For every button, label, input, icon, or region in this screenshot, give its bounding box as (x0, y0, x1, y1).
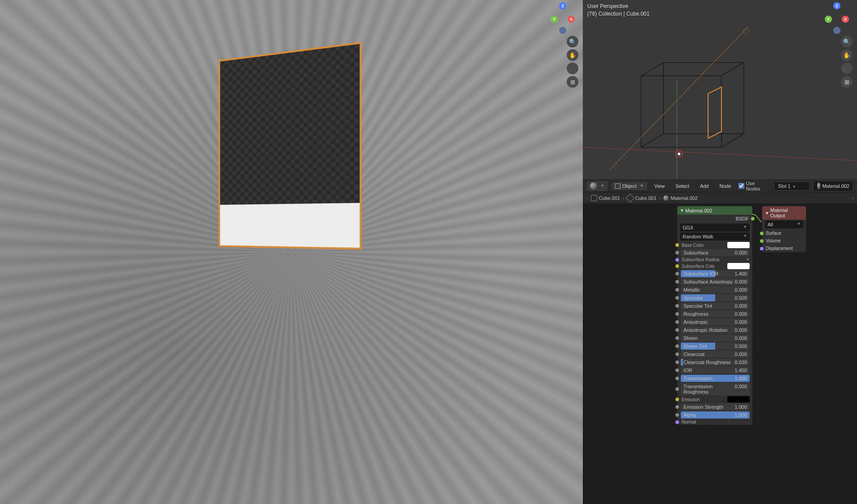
bsdf-input-roughness[interactable]: Roughness0.000 (677, 310, 752, 318)
input-socket[interactable] (675, 243, 679, 247)
chevron-right-icon[interactable]: › (852, 195, 853, 201)
bsdf-input-normal[interactable]: Normal (677, 419, 752, 425)
editor-type-dropdown[interactable]: ▼ (586, 181, 608, 191)
surface-input-socket[interactable]: Surface (762, 229, 806, 237)
input-socket[interactable] (675, 413, 679, 417)
value-slider[interactable]: Subsurface IOR1.400 (681, 270, 750, 277)
bsdf-input-metallic[interactable]: Metallic0.000 (677, 286, 752, 294)
pan-icon[interactable]: ✋ (567, 49, 578, 61)
value-slider[interactable]: Emission Strength1.000 (681, 403, 750, 411)
bsdf-input-subsurface-radius[interactable]: Subsurface Radius▼ (677, 257, 752, 263)
value-slider[interactable]: Sheen0.000 (681, 335, 750, 342)
input-socket[interactable] (675, 320, 679, 324)
menu-view[interactable]: View (651, 182, 669, 190)
value-slider[interactable]: Specular Tint0.000 (681, 302, 750, 309)
bsdf-input-clearcoat[interactable]: Clearcoat0.000 (677, 350, 752, 358)
bsdf-input-subsurface[interactable]: Subsurface0.000 (677, 249, 752, 257)
target-dropdown[interactable]: All▼ (765, 220, 803, 229)
value-slider[interactable]: Roughness0.000 (681, 310, 750, 318)
camera-icon[interactable]: 🎥 (841, 63, 853, 74)
value-slider[interactable]: Sheen Tint0.500 (681, 343, 750, 350)
node-graph[interactable]: ▾ Material.002 BSDF GGX▼ Random Walk▼ Ba… (583, 204, 857, 504)
bsdf-input-specular-tint[interactable]: Specular Tint0.000 (677, 302, 752, 310)
breadcrumb-material[interactable]: Material.002 (663, 195, 698, 201)
bsdf-output-socket[interactable]: BSDF (677, 215, 752, 223)
input-socket[interactable] (675, 336, 679, 340)
bsdf-input-transmission-roughness[interactable]: Transmission Roughness0.000 (677, 382, 752, 396)
value-slider[interactable]: Metallic0.000 (681, 286, 750, 293)
bsdf-input-ior[interactable]: IOR1.450 (677, 366, 752, 374)
subsurface-method-dropdown[interactable]: Random Walk▼ (680, 233, 750, 241)
color-swatch[interactable] (727, 263, 750, 269)
value-slider[interactable]: Transmission Roughness0.000 (681, 383, 750, 395)
value-slider[interactable]: Subsurface0.000 (681, 249, 750, 256)
chevron-left-icon[interactable]: ‹ (586, 195, 588, 201)
axis-neg[interactable] (559, 27, 566, 34)
bsdf-input-subsurface-anisotropy[interactable]: Subsurface Anisotropy0.000 (677, 278, 752, 286)
value-slider[interactable]: Specular0.500 (681, 294, 750, 301)
axis-z[interactable]: Z (833, 2, 840, 9)
bsdf-input-subsurface-colo[interactable]: Subsurface Colo (677, 263, 752, 270)
input-socket[interactable] (675, 360, 679, 364)
menu-node[interactable]: Node (716, 182, 734, 190)
bsdf-input-clearcoat-roughness[interactable]: Clearcoat Roughness0.030 (677, 358, 752, 366)
bsdf-input-anisotropic-rotation[interactable]: Anisotropic Rotation0.000 (677, 326, 752, 334)
slot-dropdown[interactable]: Slot 1▼ (774, 182, 810, 191)
zoom-icon[interactable]: 🔍 (841, 36, 853, 47)
bsdf-input-subsurface-ior[interactable]: Subsurface IOR1.400 (677, 270, 752, 278)
camera-icon[interactable]: 🎥 (567, 63, 578, 74)
input-socket[interactable] (675, 251, 679, 254)
bsdf-input-emission-strength[interactable]: Emission Strength1.000 (677, 403, 752, 411)
value-slider[interactable]: Clearcoat0.000 (681, 351, 750, 358)
input-socket[interactable] (675, 377, 679, 380)
object-mode-dropdown[interactable]: Object ▼ (611, 182, 647, 190)
axis-y[interactable]: Y (551, 16, 558, 23)
input-socket[interactable] (675, 258, 679, 262)
breadcrumb-mesh[interactable]: Cube.001 (627, 195, 657, 201)
value-slider[interactable]: Clearcoat Roughness0.030 (681, 359, 750, 366)
bsdf-input-sheen-tint[interactable]: Sheen Tint0.500 (677, 342, 752, 350)
input-socket[interactable] (675, 352, 679, 356)
collapse-icon[interactable]: ▾ (766, 210, 768, 216)
input-socket[interactable] (675, 288, 679, 292)
input-socket[interactable] (675, 272, 679, 275)
menu-select[interactable]: Select (672, 182, 693, 190)
bsdf-input-transmission[interactable]: Transmission1.000 (677, 374, 752, 382)
bsdf-input-alpha[interactable]: Alpha1.000 (677, 411, 752, 419)
breadcrumb-object[interactable]: Cube.001 (591, 195, 620, 201)
bsdf-input-specular[interactable]: Specular0.500 (677, 294, 752, 302)
input-socket[interactable] (675, 280, 679, 284)
value-slider[interactable]: Alpha1.000 (681, 411, 750, 419)
collapse-icon[interactable]: ▾ (681, 208, 683, 213)
input-socket[interactable] (675, 312, 679, 316)
bsdf-input-sheen[interactable]: Sheen0.000 (677, 334, 752, 342)
bsdf-input-emission[interactable]: Emission (677, 396, 752, 403)
menu-add[interactable]: Add (696, 182, 713, 190)
axis-neg[interactable] (833, 27, 840, 34)
grid-icon[interactable]: ⊞ (841, 76, 853, 88)
input-socket[interactable] (675, 264, 679, 268)
input-socket[interactable] (675, 328, 679, 332)
input-socket[interactable] (675, 405, 679, 409)
pan-icon[interactable]: ✋ (841, 49, 853, 61)
bsdf-input-base-color[interactable]: Base Color (677, 241, 752, 249)
value-slider[interactable]: IOR1.450 (681, 367, 750, 374)
zoom-icon[interactable]: 🔍 (567, 36, 578, 47)
node-title[interactable]: ▾ Material.002 (677, 206, 752, 215)
bsdf-input-anisotropic[interactable]: Anisotropic0.000 (677, 318, 752, 326)
use-nodes-input[interactable] (738, 183, 744, 189)
value-slider[interactable]: Subsurface Anisotropy0.000 (681, 278, 750, 285)
axis-y[interactable]: Y (825, 16, 832, 23)
value-slider[interactable]: Anisotropic0.000 (681, 318, 750, 326)
material-output-node[interactable]: ▾ Material Output All▼ Surface Volume Di… (762, 206, 806, 253)
input-socket[interactable] (675, 344, 679, 348)
nav-gizmo-right[interactable]: Z Y X (821, 2, 853, 34)
volume-input-socket[interactable]: Volume (762, 237, 806, 245)
color-swatch[interactable] (727, 396, 750, 402)
value-slider[interactable]: Anisotropic Rotation0.000 (681, 326, 750, 334)
nav-gizmo-left[interactable]: Z Y X (547, 2, 578, 34)
axis-x[interactable]: X (842, 16, 849, 23)
color-swatch[interactable] (727, 242, 750, 248)
node-title[interactable]: ▾ Material Output (762, 206, 806, 220)
input-socket[interactable] (675, 387, 679, 391)
